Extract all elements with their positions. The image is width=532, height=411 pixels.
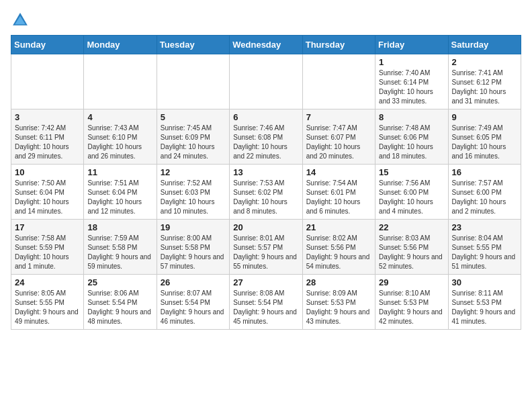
page-header	[11, 11, 521, 30]
day-info: Sunrise: 7:59 AM Sunset: 5:58 PM Dayligh…	[87, 234, 152, 271]
day-number: 19	[161, 222, 226, 232]
day-number: 28	[306, 277, 371, 287]
day-header-monday: Monday	[84, 36, 157, 54]
day-info: Sunrise: 7:47 AM Sunset: 6:07 PM Dayligh…	[306, 124, 371, 161]
calendar-cell: 25Sunrise: 8:06 AM Sunset: 5:54 PM Dayli…	[84, 275, 157, 330]
week-row-2: 3Sunrise: 7:42 AM Sunset: 6:11 PM Daylig…	[11, 109, 521, 165]
calendar-cell: 24Sunrise: 8:05 AM Sunset: 5:55 PM Dayli…	[11, 275, 84, 330]
day-info: Sunrise: 8:06 AM Sunset: 5:54 PM Dayligh…	[87, 289, 152, 326]
day-number: 11	[87, 167, 152, 177]
calendar-cell: 22Sunrise: 8:03 AM Sunset: 5:56 PM Dayli…	[375, 220, 448, 275]
week-row-1: 1Sunrise: 7:40 AM Sunset: 6:14 PM Daylig…	[11, 54, 521, 109]
day-number: 14	[306, 167, 371, 177]
day-info: Sunrise: 7:48 AM Sunset: 6:06 PM Dayligh…	[379, 124, 444, 161]
calendar-cell: 27Sunrise: 8:08 AM Sunset: 5:54 PM Dayli…	[230, 275, 302, 330]
calendar-cell: 15Sunrise: 7:56 AM Sunset: 6:00 PM Dayli…	[375, 165, 448, 220]
calendar-cell: 19Sunrise: 8:00 AM Sunset: 5:58 PM Dayli…	[157, 220, 229, 275]
day-info: Sunrise: 7:46 AM Sunset: 6:08 PM Dayligh…	[233, 124, 298, 161]
day-info: Sunrise: 8:09 AM Sunset: 5:53 PM Dayligh…	[306, 289, 371, 326]
calendar-cell: 2Sunrise: 7:41 AM Sunset: 6:12 PM Daylig…	[448, 54, 521, 109]
calendar-cell	[157, 54, 229, 109]
day-header-thursday: Thursday	[302, 36, 375, 54]
week-row-5: 24Sunrise: 8:05 AM Sunset: 5:55 PM Dayli…	[11, 275, 521, 330]
day-info: Sunrise: 8:11 AM Sunset: 5:53 PM Dayligh…	[452, 289, 517, 326]
day-number: 27	[233, 277, 298, 287]
day-number: 13	[233, 167, 298, 177]
calendar-cell: 23Sunrise: 8:04 AM Sunset: 5:55 PM Dayli…	[448, 220, 521, 275]
day-info: Sunrise: 7:56 AM Sunset: 6:00 PM Dayligh…	[379, 179, 444, 216]
day-info: Sunrise: 7:41 AM Sunset: 6:12 PM Dayligh…	[452, 68, 517, 106]
day-info: Sunrise: 7:54 AM Sunset: 6:01 PM Dayligh…	[306, 179, 371, 216]
calendar: SundayMondayTuesdayWednesdayThursdayFrid…	[11, 35, 521, 330]
day-number: 16	[452, 167, 517, 177]
day-info: Sunrise: 7:45 AM Sunset: 6:09 PM Dayligh…	[161, 124, 226, 161]
calendar-cell: 8Sunrise: 7:48 AM Sunset: 6:06 PM Daylig…	[375, 109, 448, 165]
day-info: Sunrise: 8:05 AM Sunset: 5:55 PM Dayligh…	[15, 289, 80, 326]
calendar-cell	[230, 54, 302, 109]
week-row-3: 10Sunrise: 7:50 AM Sunset: 6:04 PM Dayli…	[11, 165, 521, 220]
calendar-cell: 12Sunrise: 7:52 AM Sunset: 6:03 PM Dayli…	[157, 165, 229, 220]
day-info: Sunrise: 7:57 AM Sunset: 6:00 PM Dayligh…	[452, 179, 517, 216]
day-number: 18	[87, 222, 152, 232]
day-number: 22	[379, 222, 444, 232]
calendar-cell: 13Sunrise: 7:53 AM Sunset: 6:02 PM Dayli…	[230, 165, 302, 220]
day-number: 6	[233, 112, 298, 122]
calendar-cell: 9Sunrise: 7:49 AM Sunset: 6:05 PM Daylig…	[448, 109, 521, 165]
day-header-saturday: Saturday	[448, 36, 521, 54]
day-header-friday: Friday	[375, 36, 448, 54]
day-info: Sunrise: 8:01 AM Sunset: 5:57 PM Dayligh…	[233, 234, 298, 271]
day-number: 5	[161, 112, 226, 122]
day-number: 8	[379, 112, 444, 122]
day-info: Sunrise: 7:51 AM Sunset: 6:04 PM Dayligh…	[87, 179, 152, 216]
day-info: Sunrise: 7:49 AM Sunset: 6:05 PM Dayligh…	[452, 124, 517, 161]
day-info: Sunrise: 8:03 AM Sunset: 5:56 PM Dayligh…	[379, 234, 444, 271]
day-number: 15	[379, 167, 444, 177]
day-info: Sunrise: 8:07 AM Sunset: 5:54 PM Dayligh…	[161, 289, 226, 326]
day-info: Sunrise: 7:40 AM Sunset: 6:14 PM Dayligh…	[379, 68, 444, 106]
calendar-body: 1Sunrise: 7:40 AM Sunset: 6:14 PM Daylig…	[11, 54, 521, 330]
week-row-4: 17Sunrise: 7:58 AM Sunset: 5:59 PM Dayli…	[11, 220, 521, 275]
day-number: 9	[452, 112, 517, 122]
day-info: Sunrise: 8:02 AM Sunset: 5:56 PM Dayligh…	[306, 234, 371, 271]
day-info: Sunrise: 8:08 AM Sunset: 5:54 PM Dayligh…	[233, 289, 298, 326]
calendar-cell: 21Sunrise: 8:02 AM Sunset: 5:56 PM Dayli…	[302, 220, 375, 275]
calendar-cell: 20Sunrise: 8:01 AM Sunset: 5:57 PM Dayli…	[230, 220, 302, 275]
calendar-cell	[11, 54, 84, 109]
calendar-cell: 17Sunrise: 7:58 AM Sunset: 5:59 PM Dayli…	[11, 220, 84, 275]
day-number: 23	[452, 222, 517, 232]
logo	[11, 11, 32, 30]
day-number: 17	[15, 222, 80, 232]
day-number: 12	[161, 167, 226, 177]
calendar-cell: 6Sunrise: 7:46 AM Sunset: 6:08 PM Daylig…	[230, 109, 302, 165]
calendar-cell: 11Sunrise: 7:51 AM Sunset: 6:04 PM Dayli…	[84, 165, 157, 220]
calendar-cell: 14Sunrise: 7:54 AM Sunset: 6:01 PM Dayli…	[302, 165, 375, 220]
day-number: 20	[233, 222, 298, 232]
calendar-cell: 18Sunrise: 7:59 AM Sunset: 5:58 PM Dayli…	[84, 220, 157, 275]
calendar-cell: 10Sunrise: 7:50 AM Sunset: 6:04 PM Dayli…	[11, 165, 84, 220]
day-number: 4	[87, 112, 152, 122]
day-number: 1	[379, 57, 444, 67]
day-info: Sunrise: 7:42 AM Sunset: 6:11 PM Dayligh…	[15, 124, 80, 161]
calendar-cell: 26Sunrise: 8:07 AM Sunset: 5:54 PM Dayli…	[157, 275, 229, 330]
calendar-cell: 5Sunrise: 7:45 AM Sunset: 6:09 PM Daylig…	[157, 109, 229, 165]
day-header-sunday: Sunday	[11, 36, 84, 54]
day-header-tuesday: Tuesday	[157, 36, 229, 54]
calendar-cell: 30Sunrise: 8:11 AM Sunset: 5:53 PM Dayli…	[448, 275, 521, 330]
day-info: Sunrise: 7:58 AM Sunset: 5:59 PM Dayligh…	[15, 234, 80, 271]
day-info: Sunrise: 7:53 AM Sunset: 6:02 PM Dayligh…	[233, 179, 298, 216]
day-info: Sunrise: 7:52 AM Sunset: 6:03 PM Dayligh…	[161, 179, 226, 216]
calendar-cell: 16Sunrise: 7:57 AM Sunset: 6:00 PM Dayli…	[448, 165, 521, 220]
calendar-cell: 28Sunrise: 8:09 AM Sunset: 5:53 PM Dayli…	[302, 275, 375, 330]
day-info: Sunrise: 8:04 AM Sunset: 5:55 PM Dayligh…	[452, 234, 517, 271]
calendar-cell: 29Sunrise: 8:10 AM Sunset: 5:53 PM Dayli…	[375, 275, 448, 330]
day-number: 30	[452, 277, 517, 287]
day-number: 7	[306, 112, 371, 122]
day-info: Sunrise: 7:43 AM Sunset: 6:10 PM Dayligh…	[87, 124, 152, 161]
calendar-cell	[302, 54, 375, 109]
calendar-cell: 7Sunrise: 7:47 AM Sunset: 6:07 PM Daylig…	[302, 109, 375, 165]
day-number: 3	[15, 112, 80, 122]
day-info: Sunrise: 8:00 AM Sunset: 5:58 PM Dayligh…	[161, 234, 226, 271]
day-number: 10	[15, 167, 80, 177]
calendar-cell: 4Sunrise: 7:43 AM Sunset: 6:10 PM Daylig…	[84, 109, 157, 165]
day-number: 24	[15, 277, 80, 287]
